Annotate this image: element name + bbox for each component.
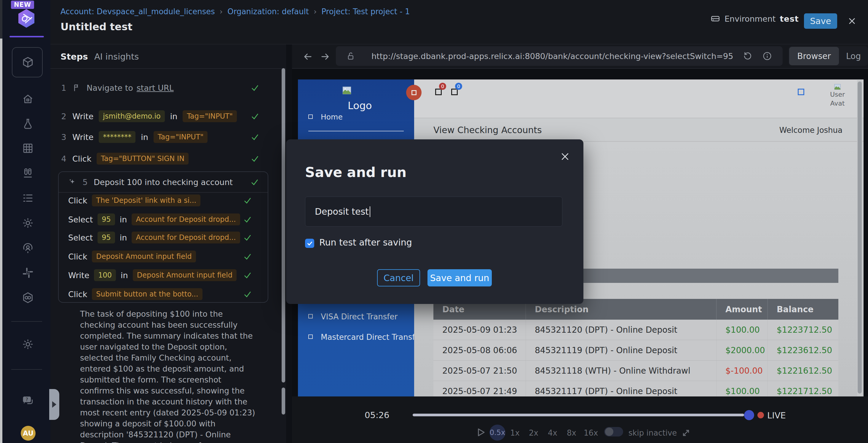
step-row-1[interactable]: 1 Navigate to start URL xyxy=(60,78,268,97)
window-edge xyxy=(0,0,2,443)
tab-log[interactable]: Log xyxy=(839,46,868,66)
cell-date: 2025-05-08 06:06 xyxy=(433,340,526,360)
step-row-2[interactable]: 2 Write jsmith@demo.io in Tag="INPUT" xyxy=(60,107,268,126)
step-value-chip[interactable]: 95 xyxy=(97,213,115,225)
bank-page-title: View Checking Accounts xyxy=(433,118,542,142)
check-icon xyxy=(243,289,252,299)
browser-toolbar: http://stage.dbank.prod-apps.relicx.ai:8… xyxy=(292,45,868,69)
skip-inactive-toggle[interactable] xyxy=(604,427,623,437)
breadcrumb-organization[interactable]: Organization: default xyxy=(227,7,309,16)
speed-1x-button[interactable]: 1x xyxy=(510,429,520,437)
url-text[interactable]: http://stage.dbank.prod-apps.relicx.ai:8… xyxy=(371,46,733,66)
table-row[interactable]: 2025-05-07 21:50 845321118 (WTH) - Onlin… xyxy=(433,360,838,381)
speed-0.5x-button[interactable]: 0.5x xyxy=(490,424,505,441)
list-icon[interactable] xyxy=(20,190,36,206)
user-search-icon[interactable] xyxy=(20,240,36,256)
step-group-header[interactable]: 5 Deposit 100 into checking account xyxy=(59,172,268,193)
step-value-chip[interactable]: ******** xyxy=(99,131,135,143)
substep-row[interactable]: Click Deposit Amount input field xyxy=(68,247,260,266)
forward-arrow-icon[interactable] xyxy=(319,51,331,62)
url-bar[interactable]: http://stage.dbank.prod-apps.relicx.ai:8… xyxy=(336,46,783,66)
step-selector-chip[interactable]: Submit button at the botto... xyxy=(92,288,202,300)
app-logo-icon[interactable] xyxy=(16,8,37,29)
scrollbar-thumb[interactable] xyxy=(858,82,862,393)
column-header[interactable]: Balance xyxy=(768,299,838,320)
settings-gear-icon[interactable] xyxy=(20,215,36,231)
bank-nav-mastercard-transfer[interactable]: Mastercard Direct Transfer xyxy=(321,333,423,342)
bank-nav-visa-transfer[interactable]: VISA Direct Transfer xyxy=(321,312,398,321)
columns-icon[interactable] xyxy=(20,165,36,181)
substep-row[interactable]: Select 95 in Account for Deposit dropd..… xyxy=(68,228,260,247)
nav-divider xyxy=(11,369,42,370)
tab-browser[interactable]: Browser xyxy=(789,47,839,65)
substep-row[interactable]: Click The 'Deposit' link with a si... xyxy=(68,191,260,210)
substep-row[interactable]: Write 100 in Deposit Amount input field xyxy=(68,266,260,284)
tab-steps[interactable]: Steps xyxy=(60,52,88,62)
step-selector-chip[interactable]: Tag="BUTTON" SIGN IN xyxy=(97,153,189,165)
table-row[interactable]: 2025-05-09 01:23 845321120 (DPT) - Onlin… xyxy=(433,320,838,340)
breadcrumb-separator-icon: › xyxy=(220,7,223,16)
substep-row[interactable]: Select 95 in Account for Deposit dropd..… xyxy=(68,210,260,229)
run-after-saving-checkbox[interactable] xyxy=(305,239,314,248)
expand-icon[interactable] xyxy=(680,427,692,439)
start-url-link[interactable]: start URL xyxy=(137,83,174,92)
step-selector-chip[interactable]: Deposit Amount input field xyxy=(133,269,237,281)
step-selector-chip[interactable]: Tag="INPUT" xyxy=(154,131,208,143)
step-selector-chip[interactable]: Tag="INPUT" xyxy=(183,110,237,122)
step-selector-chip[interactable]: Account for Deposit dropd... xyxy=(132,213,240,225)
table-row[interactable]: 2025-05-07 21:49 845321117 (DPT) - Onlin… xyxy=(433,381,838,396)
step-value-chip[interactable]: 100 xyxy=(94,269,116,281)
modal-close-icon[interactable] xyxy=(560,151,570,162)
speed-4x-button[interactable]: 4x xyxy=(548,429,557,437)
package-icon[interactable] xyxy=(20,54,36,70)
step-group-5[interactable]: 5 Deposit 100 into checking account Clic… xyxy=(58,171,268,303)
menu-toggle-button[interactable] xyxy=(406,85,422,100)
speed-2x-button[interactable]: 2x xyxy=(529,429,538,437)
step-value-chip[interactable]: 95 xyxy=(97,232,115,243)
environment-value: test xyxy=(780,14,799,23)
admin-gear-icon[interactable] xyxy=(20,336,36,353)
grid-icon[interactable] xyxy=(20,140,36,156)
help-chat-icon[interactable]: ? xyxy=(20,392,36,409)
tab-ai-insights[interactable]: AI insights xyxy=(94,52,139,62)
cancel-button[interactable]: Cancel xyxy=(377,269,420,287)
environment-selector[interactable]: Environment test xyxy=(710,13,799,24)
integrations-icon[interactable] xyxy=(20,289,36,306)
notification-icon[interactable] xyxy=(435,89,442,95)
steps-scrollbar[interactable] xyxy=(282,68,285,383)
back-arrow-icon[interactable] xyxy=(302,51,313,62)
close-icon[interactable] xyxy=(847,16,857,26)
step-selector-chip[interactable]: Account for Deposit dropd... xyxy=(132,232,240,243)
flask-icon[interactable] xyxy=(20,116,36,132)
user-avatar[interactable]: AU xyxy=(21,426,36,441)
play-icon[interactable] xyxy=(474,426,487,439)
home-icon[interactable] xyxy=(20,91,36,107)
step-selector-chip[interactable]: Deposit Amount input field xyxy=(92,250,196,262)
player-playhead[interactable] xyxy=(744,410,754,420)
speed-16x-button[interactable]: 16x xyxy=(584,429,598,437)
step-value-chip[interactable]: jsmith@demo.io xyxy=(99,110,164,122)
summary-scrollbar[interactable] xyxy=(282,388,285,415)
column-header[interactable]: Amount xyxy=(716,299,768,320)
breadcrumb-account[interactable]: Account: Devspace_all_module_licenses xyxy=(60,7,215,16)
user-avatar-broken[interactable]: User Avat xyxy=(829,84,846,108)
info-icon[interactable] xyxy=(762,51,772,61)
bank-nav-home[interactable]: Home xyxy=(321,113,343,121)
panel-collapse-handle[interactable] xyxy=(49,389,59,420)
breadcrumb-project[interactable]: Project: Test project - 1 xyxy=(321,7,410,16)
step-row-4[interactable]: 4 Click Tag="BUTTON" SIGN IN xyxy=(60,149,268,168)
run-after-saving-label[interactable]: Run test after saving xyxy=(319,237,412,247)
viewport-scrollbar[interactable] xyxy=(857,80,862,396)
message-icon[interactable] xyxy=(451,89,458,95)
slack-icon[interactable] xyxy=(20,265,36,281)
save-button[interactable]: Save xyxy=(804,13,837,29)
table-row[interactable]: 2025-05-08 06:06 845321119 (DPT) - Onlin… xyxy=(433,340,838,360)
refresh-icon[interactable] xyxy=(743,51,753,61)
substep-row[interactable]: Click Submit button at the botto... xyxy=(68,285,260,303)
player-progress-track[interactable] xyxy=(413,414,744,416)
speed-8x-button[interactable]: 8x xyxy=(567,429,576,437)
step-row-3[interactable]: 3 Write ******** in Tag="INPUT" xyxy=(60,127,268,146)
save-and-run-button[interactable]: Save and run xyxy=(428,269,492,287)
test-name-input[interactable]: Deposit test xyxy=(305,197,562,227)
step-selector-chip[interactable]: The 'Deposit' link with a si... xyxy=(92,195,200,206)
